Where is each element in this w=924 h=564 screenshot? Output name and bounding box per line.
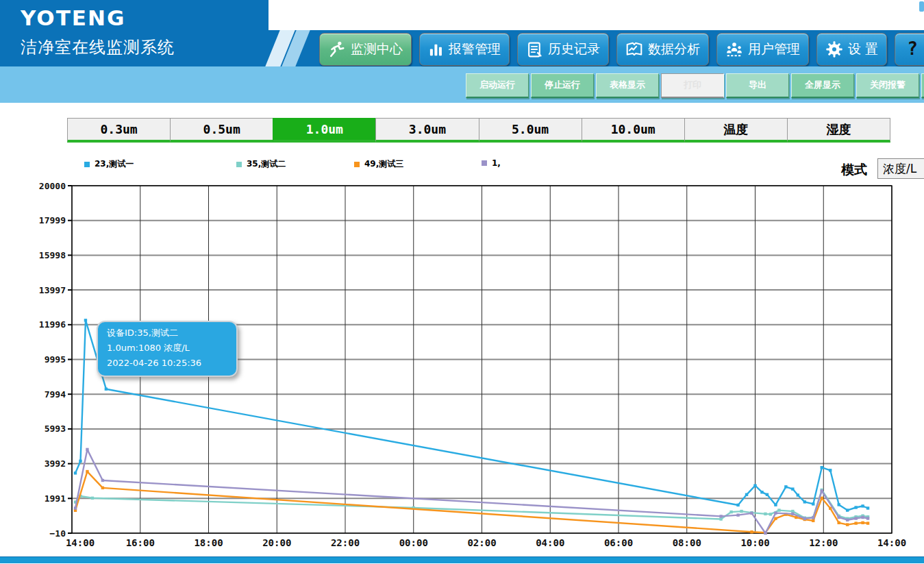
tab-5[interactable]: 10.0um bbox=[582, 118, 685, 143]
data-analysis-icon bbox=[625, 40, 643, 58]
toolbar-button-7[interactable] bbox=[921, 73, 924, 98]
data-point bbox=[846, 519, 849, 522]
toolbar-button-4[interactable]: 导出 bbox=[726, 73, 789, 98]
y-tick-label: 5993 bbox=[45, 424, 66, 434]
legend-label: 23,测试一 bbox=[95, 158, 134, 170]
data-point bbox=[74, 471, 77, 474]
data-point bbox=[736, 513, 739, 516]
data-point bbox=[86, 470, 88, 473]
nav-button-label: 数据分析 bbox=[648, 40, 700, 58]
toolbar-button-3[interactable]: 打印 bbox=[661, 73, 724, 98]
data-point bbox=[91, 497, 94, 500]
header-corner-button[interactable] bbox=[919, 1, 924, 12]
data-point bbox=[764, 532, 766, 535]
x-tick-label: 06:00 bbox=[604, 537, 633, 548]
data-point bbox=[777, 508, 780, 511]
toolbar-button-0[interactable]: 启动运行 bbox=[466, 73, 529, 98]
legend-item-0[interactable]: 23,测试一 bbox=[84, 158, 134, 170]
data-point bbox=[729, 511, 732, 513]
tab-3[interactable]: 3.0um bbox=[375, 118, 479, 143]
toolbar-button-2[interactable]: 表格显示 bbox=[596, 73, 659, 98]
data-point bbox=[791, 513, 794, 515]
nav-button-1[interactable]: 报警管理 bbox=[419, 33, 510, 66]
data-point bbox=[837, 516, 840, 519]
nav-button-label: 用户管理 bbox=[748, 40, 800, 58]
legend-swatch-icon bbox=[482, 160, 487, 166]
legend-item-2[interactable]: 49,测试三 bbox=[354, 158, 403, 170]
data-point bbox=[861, 504, 864, 507]
data-point bbox=[769, 513, 772, 515]
legend-swatch-icon bbox=[354, 162, 360, 167]
user-manage-icon bbox=[725, 40, 743, 58]
data-point bbox=[812, 519, 814, 522]
tab-7[interactable]: 湿度 bbox=[787, 118, 890, 143]
data-point bbox=[803, 500, 806, 503]
help-icon: ? bbox=[903, 40, 921, 58]
x-tick-label: 18:00 bbox=[194, 537, 223, 548]
data-point bbox=[803, 517, 806, 520]
nav-button-2[interactable]: 历史记录 bbox=[517, 33, 609, 66]
data-point bbox=[84, 319, 87, 321]
chart-tooltip: 设备ID:35,测试二 1.0um:1080 浓度/L 2022-04-26 1… bbox=[97, 321, 238, 377]
app-subtitle: 洁净室在线监测系统 bbox=[21, 36, 175, 58]
monitor-center-icon bbox=[328, 40, 346, 58]
x-tick-label: 22:00 bbox=[331, 537, 360, 548]
tab-1[interactable]: 0.5um bbox=[170, 118, 273, 143]
data-point bbox=[846, 508, 849, 511]
nav-button-6[interactable]: ?帮 助 bbox=[895, 33, 924, 66]
data-point bbox=[79, 460, 82, 463]
data-point bbox=[846, 523, 849, 526]
x-tick-label: 10:00 bbox=[740, 537, 769, 548]
legend-label: 1, bbox=[492, 158, 501, 168]
data-point bbox=[760, 491, 763, 493]
data-point bbox=[829, 469, 832, 471]
nav-button-4[interactable]: 用户管理 bbox=[716, 33, 809, 66]
tooltip-time: 2022-04-26 10:25:36 bbox=[107, 356, 227, 371]
nav-button-label: 设 置 bbox=[848, 40, 878, 58]
settings-icon bbox=[825, 40, 843, 58]
data-point bbox=[74, 506, 77, 509]
tab-6[interactable]: 温度 bbox=[684, 118, 788, 143]
data-point bbox=[736, 504, 739, 506]
toolbar-button-1[interactable]: 停止运行 bbox=[531, 73, 594, 98]
main-nav: 监测中心报警管理历史记录数据分析用户管理设 置?帮 助 bbox=[319, 33, 924, 66]
x-tick-label: 02:00 bbox=[467, 537, 496, 548]
data-point bbox=[740, 510, 742, 513]
data-point bbox=[797, 493, 799, 496]
particle-size-tabs: 0.3um0.5um1.0um3.0um5.0um10.0um温度湿度 bbox=[67, 118, 890, 143]
data-point bbox=[866, 506, 869, 509]
x-tick-label: 14:00 bbox=[877, 537, 906, 548]
app-title: YOTENG bbox=[21, 5, 125, 30]
x-tick-label: 08:00 bbox=[673, 537, 701, 548]
footer-bar bbox=[0, 556, 924, 563]
legend-swatch-icon bbox=[84, 162, 90, 167]
legend-item-1[interactable]: 35,测试二 bbox=[236, 158, 286, 170]
nav-button-3[interactable]: 数据分析 bbox=[616, 33, 709, 66]
alarm-manage-icon bbox=[428, 42, 444, 58]
data-point bbox=[764, 513, 766, 515]
data-point bbox=[821, 466, 823, 469]
data-point bbox=[854, 506, 857, 508]
y-tick-label: 7994 bbox=[45, 389, 66, 400]
x-tick-label: 16:00 bbox=[126, 537, 155, 548]
nav-button-label: 历史记录 bbox=[548, 40, 600, 58]
data-point bbox=[812, 516, 814, 519]
x-tick-label: 20:00 bbox=[262, 537, 291, 548]
nav-button-0[interactable]: 监测中心 bbox=[319, 33, 412, 66]
nav-button-label: 报警管理 bbox=[449, 40, 501, 58]
y-tick-label: 11996 bbox=[39, 319, 66, 330]
toolbar-buttons: 启动运行停止运行表格显示打印导出全屏显示关闭报警 bbox=[466, 73, 924, 98]
data-point bbox=[719, 517, 722, 520]
y-tick-label: 17999 bbox=[39, 215, 66, 225]
data-point bbox=[753, 484, 756, 487]
tab-2[interactable]: 1.0um bbox=[273, 118, 376, 143]
nav-button-5[interactable]: 设 置 bbox=[816, 33, 887, 66]
app-root: YOTENG 洁净室在线监测系统 监测中心报警管理历史记录数据分析用户管理设 置… bbox=[0, 0, 924, 564]
toolbar-button-6[interactable]: 关闭报警 bbox=[856, 73, 919, 98]
y-tick-label: 15998 bbox=[39, 250, 66, 260]
tab-0[interactable]: 0.3um bbox=[67, 118, 171, 143]
tab-4[interactable]: 5.0um bbox=[479, 118, 582, 143]
history-icon bbox=[526, 41, 543, 58]
legend-item-3[interactable]: 1, bbox=[482, 158, 501, 168]
toolbar-button-5[interactable]: 全屏显示 bbox=[791, 73, 854, 98]
